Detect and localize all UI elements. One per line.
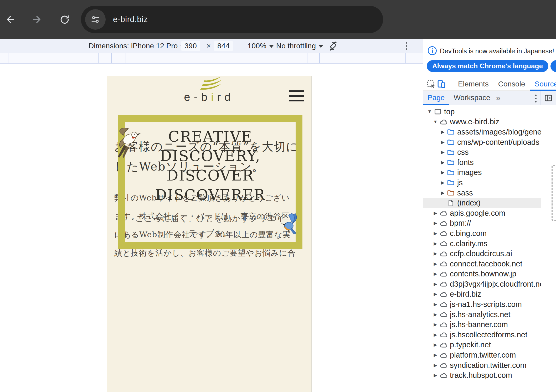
- hamburger-menu-button[interactable]: [289, 90, 304, 101]
- tree-item-connect-facebook-net[interactable]: ▶ connect.facebook.net: [423, 259, 541, 269]
- disclosure-arrow-icon[interactable]: ▶: [432, 261, 439, 267]
- tree-item-js-na1-hs-scripts-com[interactable]: ▶ js-na1.hs-scripts.com: [423, 299, 541, 310]
- device-toolbar-menu-button[interactable]: [406, 39, 407, 53]
- disclosure-arrow-icon[interactable]: ▶: [439, 180, 446, 185]
- tree-item-c-clarity-ms[interactable]: ▶ c.clarity.ms: [423, 239, 541, 249]
- hero-banner: CREATIVE DISCOVERY, DISCOVER DISCOVERER …: [118, 115, 302, 249]
- tree-item-sass[interactable]: ▶ sass: [423, 188, 541, 198]
- disclosure-arrow-icon[interactable]: ▶: [439, 160, 446, 165]
- site-logo[interactable]: e-bird: [107, 77, 311, 104]
- tree-item-track-hubspot-com[interactable]: ▶ track.hubspot.com: [423, 370, 541, 380]
- tree-item-css[interactable]: ▶ css: [423, 147, 541, 157]
- viewport-width-input[interactable]: 390: [181, 39, 200, 53]
- rotate-viewport-button[interactable]: [328, 39, 339, 53]
- tree-item-syndication-twitter-com[interactable]: ▶ syndication.twitter.com: [423, 360, 541, 370]
- tree-item-c-bing-com[interactable]: ▶ c.bing.com: [423, 228, 541, 239]
- dropdown-caret-icon: [318, 45, 323, 48]
- tree-item-label: d3pj3vgx4ijpjx.cloudfront.net: [450, 280, 541, 288]
- cloud-icon: [439, 219, 448, 228]
- tree-item-platform-twitter-com[interactable]: ▶ platform.twitter.com: [423, 350, 541, 360]
- folder-icon: [447, 138, 455, 146]
- forward-button[interactable]: [31, 13, 44, 26]
- inspect-element-button[interactable]: [426, 79, 436, 89]
- tree-item-label: ccfp.cloudcircus.ai: [450, 249, 512, 258]
- tree-item-js-hscollectedforms-net[interactable]: ▶ js.hscollectedforms.net: [423, 330, 541, 340]
- disclosure-arrow-icon[interactable]: ▶: [432, 220, 439, 226]
- cloud-icon: [439, 270, 448, 278]
- cloud-icon: [439, 280, 448, 288]
- disclosure-arrow-icon[interactable]: ▶: [432, 241, 439, 246]
- tree-item-bpm[interactable]: ▶ bpm://: [423, 218, 541, 229]
- tree-item-d3pj3vgx4ijpjx-cloudfront-net[interactable]: ▶ d3pj3vgx4ijpjx.cloudfront.net: [423, 279, 541, 289]
- site-settings-button[interactable]: [85, 9, 106, 30]
- viewport-width-value[interactable]: 390: [181, 41, 200, 51]
- tab-workspace[interactable]: Workspace: [449, 91, 495, 105]
- tree-item-ccfp-cloudcircus-ai[interactable]: ▶ ccfp.cloudcircus.ai: [423, 249, 541, 259]
- disclosure-arrow-icon[interactable]: ▶: [432, 210, 439, 216]
- disclosure-arrow-icon[interactable]: ▶: [432, 312, 439, 317]
- tab-sources[interactable]: Sources: [530, 78, 556, 91]
- disclosure-arrow-icon[interactable]: ▶: [439, 170, 446, 175]
- tab-console[interactable]: Console: [493, 78, 530, 91]
- inspect-cursor-icon: [426, 80, 435, 89]
- navigator-menu-button[interactable]: [535, 95, 537, 102]
- tree-item-label: c.clarity.ms: [450, 239, 487, 248]
- address-bar[interactable]: e-bird.biz: [81, 6, 383, 33]
- tree-item-index[interactable]: (index): [423, 198, 541, 208]
- viewport-height-value[interactable]: 844: [214, 41, 233, 51]
- tree-item-contents-bownow-jp[interactable]: ▶ contents.bownow.jp: [423, 269, 541, 279]
- device-selector[interactable]: Dimensions: iPhone 12 Pro: [89, 39, 185, 53]
- tune-icon: [90, 14, 100, 24]
- tree-item-js[interactable]: ▶ js: [423, 178, 541, 188]
- cloud-icon: [439, 260, 448, 268]
- tree-item-js-hs-analytics-net[interactable]: ▶ js.hs-analytics.net: [423, 310, 541, 320]
- tree-item-fonts[interactable]: ▶ fonts: [423, 157, 541, 168]
- disclosure-arrow-icon[interactable]: ▶: [432, 291, 439, 297]
- tree-item-top[interactable]: ▼ top: [423, 107, 541, 117]
- disclosure-arrow-icon[interactable]: ▶: [432, 373, 439, 378]
- tree-item-apis-google-com[interactable]: ▶ apis.google.com: [423, 208, 541, 218]
- disclosure-arrow-icon[interactable]: ▶: [432, 363, 439, 368]
- cloud-icon: [439, 341, 448, 349]
- disclosure-arrow-icon[interactable]: ▶: [432, 231, 439, 236]
- tree-item-www-e-bird-biz[interactable]: ▼ www.e-bird.biz: [423, 117, 541, 127]
- tree-item-js-hs-banner-com[interactable]: ▶ js.hs-banner.com: [423, 319, 541, 330]
- throttling-selector[interactable]: No throttling: [276, 39, 323, 53]
- viewport-height-input[interactable]: 844: [214, 39, 233, 53]
- disclosure-arrow-icon[interactable]: ▶: [439, 149, 446, 155]
- media-query-ruler[interactable]: [0, 53, 423, 64]
- collapse-sidebar-icon[interactable]: [544, 94, 553, 102]
- always-match-language-button[interactable]: Always match Chrome's language: [427, 60, 548, 72]
- tree-item-images[interactable]: ▶ images: [423, 168, 541, 178]
- toggle-device-toolbar-button[interactable]: [436, 79, 447, 89]
- disclosure-arrow-icon[interactable]: ▶: [439, 140, 446, 145]
- disclosure-arrow-icon[interactable]: ▶: [432, 322, 439, 327]
- switch-language-button[interactable]: Switch: [550, 60, 556, 72]
- tree-item-cms-wp-content-uploads[interactable]: ▶ cms/wp-content/uploads: [423, 137, 541, 147]
- disclosure-arrow-icon[interactable]: ▶: [432, 342, 439, 348]
- tree-item-assets-images-blog-genericon[interactable]: ▶ assets/images/blog/genericon: [423, 127, 541, 137]
- tree-item-p-typekit-net[interactable]: ▶ p.typekit.net: [423, 340, 541, 350]
- back-button[interactable]: [4, 13, 16, 26]
- tree-item-label: (index): [457, 199, 481, 207]
- disclosure-arrow-icon[interactable]: ▶: [432, 302, 439, 307]
- disclosure-arrow-icon[interactable]: ▶: [439, 190, 446, 196]
- tree-item-label: css: [457, 148, 469, 157]
- tree-item-e-bird-biz[interactable]: ▶ e-bird.biz: [423, 289, 541, 300]
- disclosure-arrow-icon[interactable]: ▶: [432, 271, 439, 277]
- disclosure-arrow-icon[interactable]: ▶: [432, 281, 439, 287]
- disclosure-arrow-icon[interactable]: ▼: [426, 109, 433, 114]
- cloud-icon: [439, 361, 448, 369]
- url-text[interactable]: e-bird.biz: [113, 15, 148, 24]
- disclosure-arrow-icon[interactable]: ▼: [432, 119, 439, 125]
- zoom-selector[interactable]: 100%: [248, 39, 274, 53]
- disclosure-arrow-icon[interactable]: ▶: [432, 332, 439, 338]
- more-tabs-icon[interactable]: »: [496, 93, 501, 103]
- tab-elements[interactable]: Elements: [453, 78, 493, 91]
- tree-item-label: www.e-bird.biz: [450, 117, 500, 126]
- disclosure-arrow-icon[interactable]: ▶: [439, 129, 446, 135]
- tab-page[interactable]: Page: [423, 91, 449, 105]
- reload-button[interactable]: [58, 13, 71, 26]
- disclosure-arrow-icon[interactable]: ▶: [432, 352, 439, 358]
- disclosure-arrow-icon[interactable]: ▶: [432, 251, 439, 256]
